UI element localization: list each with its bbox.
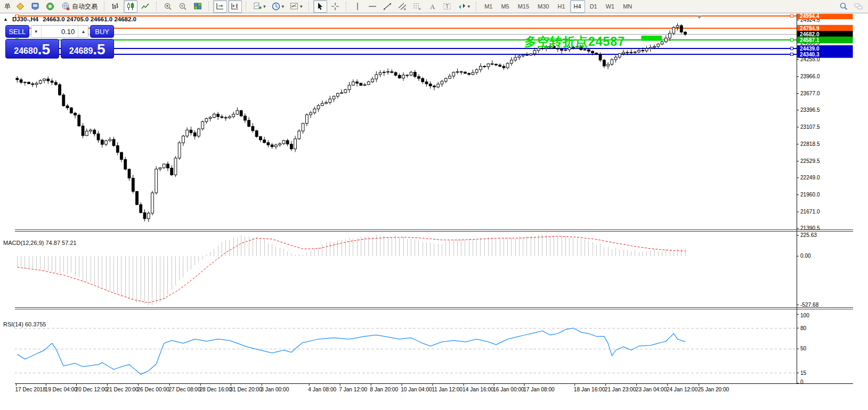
svg-text:24587.1: 24587.1 <box>800 37 820 43</box>
svg-text:100: 100 <box>800 313 809 318</box>
svg-text:14 Jan 16:00: 14 Jan 16:00 <box>463 387 494 392</box>
fibonacci-icon[interactable]: F <box>410 0 424 13</box>
cursor-icon[interactable] <box>313 0 327 13</box>
line-chart-icon[interactable] <box>139 0 152 13</box>
indicators-icon[interactable]: ▾ <box>287 0 305 13</box>
channel-icon[interactable]: E <box>395 0 409 13</box>
new-order-icon[interactable] <box>13 0 27 13</box>
svg-text:22249.0: 22249.0 <box>800 175 820 181</box>
volume-input[interactable] <box>42 26 78 37</box>
timeframe-button-m15[interactable]: M15 <box>514 0 533 13</box>
svg-text:23107.5: 23107.5 <box>800 124 820 130</box>
horizontal-line-icon[interactable] <box>366 0 379 13</box>
svg-text:A: A <box>430 3 435 11</box>
svg-text:7 Jan 12:00: 7 Jan 12:00 <box>339 387 367 392</box>
svg-text:21390.5: 21390.5 <box>800 225 820 231</box>
buy-price[interactable]: 24689 .5 <box>61 39 115 59</box>
svg-text:15: 15 <box>800 370 807 376</box>
toolbar-separator <box>104 2 105 11</box>
search-icon[interactable] <box>837 0 850 13</box>
price-chart-canvas[interactable]: 24924.524535.524255.023966.023677.023396… <box>0 14 868 410</box>
chart-shift-marker[interactable] <box>697 15 702 19</box>
svg-text:17 Dec 2018: 17 Dec 2018 <box>15 387 46 392</box>
svg-text:23 Jan 04:00: 23 Jan 04:00 <box>636 387 667 392</box>
timeframe-button-m1[interactable]: M1 <box>481 0 496 13</box>
svg-text:24439.0: 24439.0 <box>800 46 820 52</box>
auto-scroll-icon[interactable] <box>228 0 242 13</box>
macd-axis[interactable]: 225.630.00-527.68 <box>797 232 818 307</box>
collapse-panel-icon[interactable]: ▲ <box>3 17 8 22</box>
sell-price[interactable]: 24680 .5 <box>5 39 59 59</box>
svg-text:28 Dec 16:00: 28 Dec 16:00 <box>199 387 232 392</box>
timeframe-button-d1[interactable]: D1 <box>586 0 601 13</box>
tile-windows-icon[interactable] <box>191 0 205 13</box>
chat-icon[interactable] <box>851 0 865 13</box>
toolbar-separator <box>246 2 247 11</box>
svg-text:F: F <box>419 7 421 11</box>
volume-stepper: ▼ ▲ <box>31 25 89 38</box>
rsi-line[interactable] <box>17 328 685 374</box>
zoom-in-icon[interactable] <box>161 0 175 13</box>
svg-text:T: T <box>445 4 449 10</box>
svg-text:21960.0: 21960.0 <box>800 192 820 198</box>
svg-text:0: 0 <box>800 379 804 385</box>
candlestick-chart-icon[interactable] <box>124 0 137 13</box>
svg-text:24994.4: 24994.4 <box>800 14 820 19</box>
svg-text:21 Jan 23:00: 21 Jan 23:00 <box>605 387 636 392</box>
svg-text:80: 80 <box>800 325 807 331</box>
zoom-out-icon[interactable] <box>176 0 190 13</box>
volume-decrease-button[interactable]: ▼ <box>31 26 42 37</box>
svg-text:31 Dec 20:00: 31 Dec 20:00 <box>230 387 262 392</box>
volume-increase-button[interactable]: ▲ <box>78 26 88 37</box>
toolbar-separator <box>346 2 347 11</box>
timeframe-button-m30[interactable]: M30 <box>534 0 553 13</box>
toolbar: 单自动交易▾▾▾EFAT▾M1M5M15M30H1H4D1W1MN <box>0 0 868 13</box>
autotrading-button[interactable]: 自动交易 <box>58 0 100 13</box>
svg-text:16 Jan 00:00: 16 Jan 00:00 <box>493 387 524 392</box>
chart-title: ▲ DJ30-,H4 24663.0 24705.0 24661.0 24682… <box>3 16 136 22</box>
timeframe-button-mn[interactable]: MN <box>619 0 636 13</box>
chart-area[interactable]: 24924.524535.524255.023966.023677.023396… <box>0 14 868 410</box>
bar-chart-icon[interactable] <box>109 0 123 13</box>
svg-text:23396.5: 23396.5 <box>800 107 820 113</box>
svg-text:27 Dec 08:00: 27 Dec 08:00 <box>168 387 201 392</box>
svg-text:23966.0: 23966.0 <box>800 73 820 79</box>
svg-text:225.63: 225.63 <box>800 232 817 238</box>
svg-text:24784.9: 24784.9 <box>800 26 820 31</box>
navigator-icon[interactable] <box>43 0 57 13</box>
toolbar-separator <box>208 2 209 11</box>
candlesticks[interactable] <box>16 23 687 222</box>
svg-text:21 Dec 20:00: 21 Dec 20:00 <box>106 387 139 392</box>
svg-text:21671.0: 21671.0 <box>800 209 820 215</box>
text-icon[interactable]: A <box>425 0 439 13</box>
buy-price-frac: .5 <box>93 43 105 56</box>
vertical-line-icon[interactable] <box>351 0 364 13</box>
time-axis[interactable]: 17 Dec 201819 Dec 04:0020 Dec 12:0021 De… <box>15 384 729 392</box>
svg-text:24682.0: 24682.0 <box>800 31 820 37</box>
svg-text:22529.5: 22529.5 <box>800 158 820 164</box>
chart-shift-icon[interactable] <box>213 0 227 13</box>
sell-button[interactable]: SELL <box>5 25 29 38</box>
rsi-axis[interactable]: 1008050150 <box>797 313 809 386</box>
new-chart-icon[interactable]: ▾ <box>250 0 268 13</box>
svg-text:8 Jan 20:00: 8 Jan 20:00 <box>370 387 398 392</box>
svg-text:E: E <box>404 7 406 11</box>
rsi-level-lines <box>15 328 797 373</box>
svg-text:3 Jan 00:00: 3 Jan 00:00 <box>261 387 289 392</box>
trendline-icon[interactable] <box>380 0 394 13</box>
timeframe-button-w1[interactable]: W1 <box>602 0 619 13</box>
timeframe-button-m5[interactable]: M5 <box>497 0 513 13</box>
svg-text:-527.68: -527.68 <box>800 302 819 308</box>
shapes-icon[interactable]: ▾ <box>455 0 473 13</box>
chart-window-icon[interactable] <box>28 0 42 13</box>
macd-histogram[interactable] <box>17 234 685 305</box>
timeframe-button-h1[interactable]: H1 <box>554 0 569 13</box>
buy-button[interactable]: BUY <box>90 25 114 38</box>
crosshair-icon[interactable] <box>328 0 342 13</box>
text-label-icon[interactable]: T <box>440 0 454 13</box>
green-box-annotation[interactable] <box>641 36 662 41</box>
one-click-trading-panel: SELL ▼ ▲ BUY 24680 .5 24689 .5 <box>5 25 114 59</box>
svg-text:10 Jan 04:00: 10 Jan 04:00 <box>401 387 432 392</box>
period-icon[interactable]: ▾ <box>269 0 287 13</box>
timeframe-button-h4[interactable]: H4 <box>570 0 585 13</box>
